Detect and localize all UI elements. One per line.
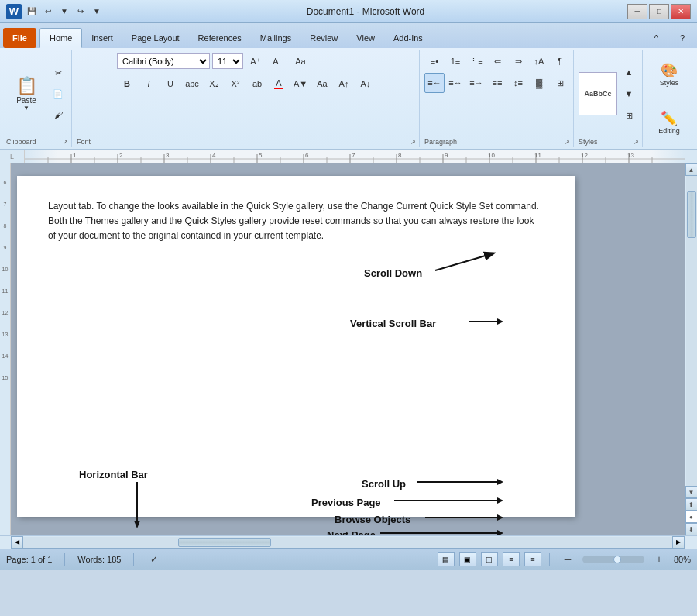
scroll-down-bottom-button[interactable]: ▼ [685,486,698,498]
increase-indent-button[interactable]: ⇒ [508,51,528,71]
full-screen-button[interactable]: ▣ [459,552,476,566]
justify-button[interactable]: ≡≡ [487,73,507,93]
bold-button[interactable]: B [117,74,137,94]
scroll-bottom-controls: ▼ ⬆ ● ⬇ [685,486,698,535]
shrink-font2-button[interactable]: A↓ [355,74,376,94]
font-size-select[interactable]: 11 [212,53,243,69]
redo-button[interactable]: ↪ [74,5,88,19]
proofing-status-button[interactable]: ✓ [146,553,162,566]
copy-button[interactable]: 📄 [48,84,68,104]
tab-mailings[interactable]: Mailings [251,28,300,48]
shrink-font-button[interactable]: A⁻ [268,51,288,71]
title-bar: W 💾 ↩ ▼ ↪ ▼ Document1 - Microsoft Word ─… [0,0,697,23]
tab-home[interactable]: Home [39,28,82,48]
scroll-up-arrowhead [497,479,503,485]
scroll-thumb[interactable] [687,191,696,238]
help-button[interactable]: ? [671,28,694,48]
subscript-button[interactable]: X₂ [204,74,224,94]
scroll-left-button[interactable]: ◀ [11,536,23,549]
tab-review[interactable]: Review [300,28,347,48]
numbering-button[interactable]: 1≡ [445,51,465,71]
strikethrough-button[interactable]: abc [182,74,202,94]
scroll-up-button[interactable]: ▲ [685,163,698,176]
list-buttons-row: ≡• 1≡ ⋮≡ ⇐ ⇒ ↕A ¶ [424,51,570,71]
expand-ribbon-button[interactable]: ^ [645,28,668,48]
outline-view-button[interactable]: ≡ [503,552,520,566]
scroll-track[interactable] [686,176,697,486]
line-spacing-button[interactable]: ↕≡ [508,73,528,93]
font-group: Calibri (Body) 11 A⁺ A⁻ Aа B I U abc X₂ … [74,50,420,147]
h-scroll-right-corner [685,536,697,549]
undo-button[interactable]: ↩ [41,5,55,19]
undo-dropdown-button[interactable]: ▼ [57,5,71,19]
styles-scroll-up[interactable]: ▲ [619,62,639,82]
h-scroll-thumb[interactable] [178,538,271,547]
editing-button[interactable]: ✏️ Editing [651,102,688,143]
align-left-button[interactable]: ≡← [424,73,445,93]
font-color-button[interactable]: A▼ [290,74,311,94]
grow-font2-button[interactable]: A↑ [334,74,354,94]
zoom-out-button[interactable]: ─ [558,549,578,570]
web-layout-button[interactable]: ◫ [481,552,498,566]
italic-button[interactable]: I [139,74,159,94]
document-scroll-area[interactable]: Layout tab. To change the looks availabl… [11,163,685,535]
font-family-select[interactable]: Calibri (Body) [117,53,210,69]
shading-button[interactable]: ▓ [529,73,549,93]
text-highlight-button[interactable]: ab [247,74,267,94]
cut-button[interactable]: ✂ [48,63,68,83]
previous-page-button[interactable]: ⬆ [685,498,698,511]
tab-view[interactable]: View [347,28,384,48]
draft-view-button[interactable]: ≡ [524,552,541,566]
styles-gallery[interactable]: AaBbCc [579,72,617,115]
tab-references[interactable]: References [189,28,251,48]
customize-quick-access-button[interactable]: ▼ [90,5,104,19]
h-scroll-track[interactable] [23,537,672,548]
font-expand-icon[interactable]: ↗ [410,139,416,146]
paragraph-expand-icon[interactable]: ↗ [565,139,570,146]
bullets-button[interactable]: ≡• [424,51,445,71]
editing-controls: 🎨 Styles ✏️ Editing [647,51,691,146]
sort-button[interactable]: ↕A [529,51,549,71]
next-page-button[interactable]: ⬇ [685,523,698,535]
clipboard-expand-icon[interactable]: ↗ [63,139,68,146]
previous-page-arrowhead [497,497,503,504]
ruler-ticks: 1 2 3 4 5 6 7 8 9 10 11 12 13 [25,150,685,163]
editing-text: Editing [658,127,680,135]
browse-objects-button[interactable]: ● [685,511,698,523]
tab-insert[interactable]: Insert [82,28,122,48]
show-formatting-button[interactable]: ¶ [550,51,570,71]
editing-icon: ✏️ [661,110,678,127]
zoom-thumb[interactable] [613,556,621,563]
change-styles-button[interactable]: 🎨 Styles [651,54,688,95]
borders-button[interactable]: ⊞ [550,73,570,93]
font-color-dropdown[interactable]: A [269,74,289,94]
tab-file[interactable]: File [3,28,36,48]
zoom-slider[interactable] [582,556,644,563]
grow-font-button[interactable]: A⁺ [245,51,266,71]
decrease-indent-button[interactable]: ⇐ [487,51,507,71]
scroll-right-button[interactable]: ▶ [672,536,685,549]
align-center-button[interactable]: ≡↔ [445,73,465,93]
restore-button[interactable]: □ [649,4,669,19]
save-quick-button[interactable]: 💾 [25,5,39,19]
paste-button[interactable]: 📋 Paste ▼ [6,72,46,115]
font-name-row: Calibri (Body) 11 A⁺ A⁻ Aа [117,51,311,71]
multilevel-list-button[interactable]: ⋮≡ [466,51,486,71]
styles-more-button[interactable]: ⊞ [619,105,639,126]
minimize-button[interactable]: ─ [627,4,647,19]
v-ruler-inner: 6 7 8 9 10 11 12 13 14 15 [0,163,10,396]
align-right-button[interactable]: ≡→ [466,73,486,93]
superscript-button[interactable]: X² [225,74,245,94]
change-case-button[interactable]: Aа [290,51,311,71]
clear-formatting-button[interactable]: Aa [312,74,332,94]
zoom-in-button[interactable]: + [649,549,669,570]
print-layout-button[interactable]: ▤ [438,552,455,566]
close-button[interactable]: ✕ [671,4,691,19]
styles-scroll-down[interactable]: ▼ [619,84,639,104]
format-painter-button[interactable]: 🖌 [48,105,68,125]
underline-button[interactable]: U [160,74,180,94]
tab-page-layout[interactable]: Page Layout [122,28,189,48]
ruler-corner[interactable]: L [0,150,25,163]
styles-expand-icon[interactable]: ↗ [633,139,639,146]
tab-add-ins[interactable]: Add-Ins [384,28,432,48]
